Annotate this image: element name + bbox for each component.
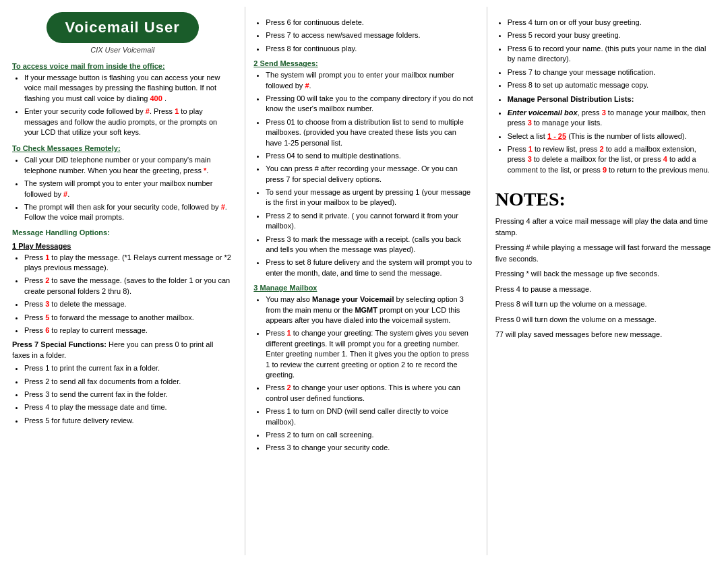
section2-list: Call your DID telephone number or your c… <box>12 155 233 222</box>
list-item: The system will prompt you to enter your… <box>266 70 474 91</box>
list-item: Press 3 to mark the message with a recei… <box>266 235 474 255</box>
logo-subtitle: CIX User Voicemail <box>90 46 154 54</box>
list-item: Press 7 to change your message notificat… <box>508 67 716 77</box>
notes-item: Press 8 will turn up the volume on a mes… <box>495 299 716 310</box>
list-item: Press 8 to set up automatic message copy… <box>508 80 716 90</box>
list-item: Manage Personal Distribution Lists: <box>508 94 716 104</box>
list-item: The system will prompt you to enter your… <box>24 179 233 199</box>
list-item: Press 1 to review list, press 2 to add a… <box>508 144 716 175</box>
hash-symbol: # <box>146 107 150 115</box>
right-column: Press 4 turn on or off your busy greetin… <box>487 7 721 555</box>
key-3a: 3 <box>45 300 49 308</box>
list-item: Press 8 for continuous play. <box>266 44 474 54</box>
key-2a: 2 <box>45 276 49 284</box>
list-item: Press 2 to change your user options. Thi… <box>266 383 474 404</box>
special-functions-bold: Press 7 Special Functions: <box>12 340 107 348</box>
list-item: Press 5 to forward the message to anothe… <box>24 313 233 323</box>
list-item: To send your message as urgent by pressi… <box>266 187 474 208</box>
manage-pdl-list: Manage Personal Distribution Lists: Ente… <box>495 94 716 175</box>
notes-title: NOTES: <box>495 189 716 210</box>
right-top-list: Press 4 turn on or off your busy greetin… <box>495 18 716 90</box>
list-item: Press 2 to turn on call screening. <box>266 430 474 440</box>
key-5a: 5 <box>45 313 49 321</box>
list-item: Press 04 to send to multiple destination… <box>266 151 474 161</box>
list-item: Press 4 to play the message date and tim… <box>24 402 233 412</box>
star-symbol: * <box>204 166 206 175</box>
notes-item: Press 4 to pause a message. <box>495 284 716 295</box>
list-item: Press 6 to replay to current message. <box>24 325 233 336</box>
key-1: 1 <box>175 107 179 115</box>
logo-oval: Voicemail User <box>47 12 199 43</box>
list-item: You can press # after recording your mes… <box>266 164 474 185</box>
notes-item: 77 will play saved messages before new m… <box>495 329 716 340</box>
list-item: Press 6 to record your name. (this puts … <box>508 44 716 65</box>
list-item: Enter your security code followed by #. … <box>24 106 233 137</box>
list-item: Press 1 to play the message. (*1 Relays … <box>24 253 233 274</box>
left-column: Voicemail User CIX User Voicemail To acc… <box>7 7 238 555</box>
key-1a: 1 <box>45 253 49 261</box>
section2-heading: To Check Messages Remotely: <box>12 144 233 152</box>
list-item: Press 1 to print the current fax in a fo… <box>24 363 233 373</box>
list-item: Press 3 to change your security code. <box>266 443 474 453</box>
list-item: Press 2 to save the message. (saves to t… <box>24 276 233 296</box>
notes-item: Press 0 will turn down the volume on a m… <box>495 314 716 325</box>
special-functions-para: Press 7 Special Functions: Here you can … <box>12 340 233 361</box>
list-item: Press 1 to turn on DND (will send caller… <box>266 406 474 427</box>
section1-list: If your message button is flashing you c… <box>12 73 233 137</box>
list-item: The prompt will then ask for your securi… <box>24 202 233 223</box>
list-item: Press 01 to choose from a distribution l… <box>266 117 474 148</box>
special-functions-list: Press 1 to print the current fax in a fo… <box>12 363 233 426</box>
logo-container: Voicemail User CIX User Voicemail <box>12 12 233 54</box>
notes-item: Pressing * will back the message up five… <box>495 268 716 280</box>
mid-column: Press 6 for continuous delete. Press 7 t… <box>245 7 479 555</box>
list-item: If your message button is flashing you c… <box>24 73 233 104</box>
hash-symbol2: # <box>63 190 67 198</box>
list-item: Enter voicemail box, press 3 to manage y… <box>508 108 716 129</box>
section3-heading: Message Handling Options: <box>12 228 233 237</box>
manage-mailbox-heading: 3 Manage Mailbox <box>253 284 474 292</box>
list-item: Press 5 record your busy greeting. <box>508 30 716 40</box>
list-item: Press 4 turn on or off your busy greetin… <box>508 18 716 28</box>
notes-section: NOTES: Pressing 4 after a voice mail mes… <box>495 189 716 340</box>
continued-list: Press 6 for continuous delete. Press 7 t… <box>253 18 474 54</box>
list-item: Press 3 to send the current fax in the f… <box>24 389 233 400</box>
list-item: Press to set 8 future delivery and the s… <box>266 257 474 278</box>
list-item: Press 5 for future delivery review. <box>24 416 233 426</box>
list-item: Press 7 to access new/saved message fold… <box>266 30 474 40</box>
play-messages-heading: 1 Play Messages <box>12 242 233 250</box>
section1-heading: To access voice mail from inside the off… <box>12 62 233 70</box>
logo-text: Voicemail User <box>65 19 180 36</box>
hash-symbol3: # <box>221 203 225 211</box>
send-messages-heading: 2 Send Messages: <box>253 59 474 67</box>
list-item: Press 1 to change your greeting: The sys… <box>266 328 474 380</box>
list-item: Call your DID telephone number or your c… <box>24 155 233 176</box>
key-6a: 6 <box>45 326 49 334</box>
dialing-number: 400 <box>150 94 162 102</box>
list-item: Press 2 to send all fax documents from a… <box>24 377 233 387</box>
hash4: # <box>305 82 309 90</box>
play-messages-list: Press 1 to play the message. (*1 Relays … <box>12 253 233 336</box>
list-item: Press 2 to send it private. ( you cannot… <box>266 211 474 232</box>
notes-item: Pressing # while playing a message will … <box>495 242 716 264</box>
list-item: Select a list 1 - 25 (This is the number… <box>508 131 716 142</box>
list-item: Press 3 to delete the message. <box>24 299 233 309</box>
send-messages-list: The system will prompt you to enter your… <box>253 70 474 278</box>
manage-mailbox-list: You may also Manage your Voicemail by se… <box>253 294 474 453</box>
list-item: Pressing 00 will take you to the company… <box>266 94 474 115</box>
list-item: You may also Manage your Voicemail by se… <box>266 294 474 325</box>
list-item: Press 6 for continuous delete. <box>266 18 474 28</box>
notes-item: Pressing 4 after a voice mail message wi… <box>495 216 716 238</box>
